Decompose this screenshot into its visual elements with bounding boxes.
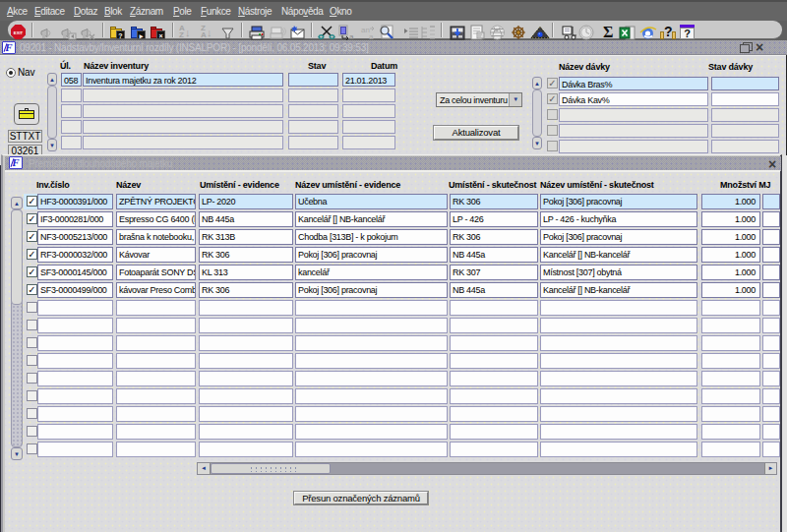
- svg-text:Σ: Σ: [603, 24, 613, 40]
- svg-text:EXIT: EXIT: [14, 30, 24, 35]
